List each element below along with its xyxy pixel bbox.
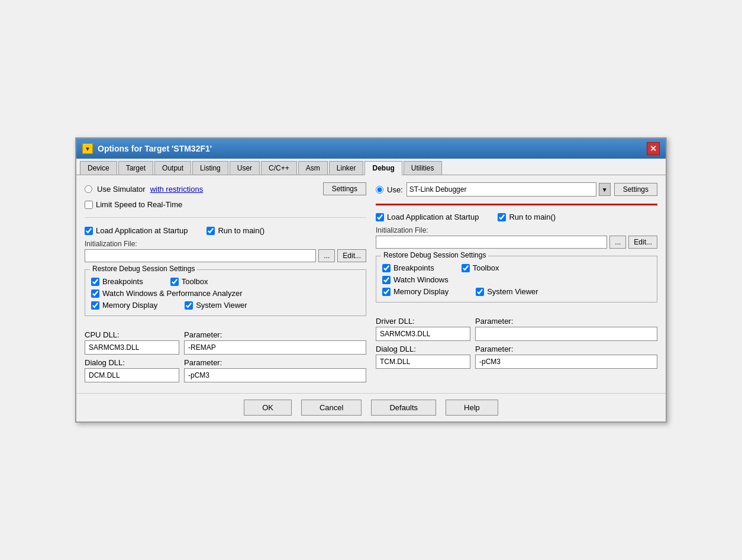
left-init-file-label: Initialization File: — [85, 240, 366, 248]
left-run-to-main-label: Run to main() — [218, 226, 264, 235]
tab-target[interactable]: Target — [118, 161, 153, 175]
title-bar: ▼ Options for Target 'STM32F1' ✕ — [76, 139, 666, 159]
left-init-file-input[interactable] — [85, 249, 316, 262]
tab-linker[interactable]: Linker — [329, 161, 364, 175]
left-watch-label: Watch Windows & Performance Analyzer — [102, 289, 243, 298]
left-sys-viewer-row: System Viewer — [185, 301, 247, 310]
right-run-to-main-checkbox[interactable] — [498, 213, 506, 221]
right-mem-display-checkbox[interactable] — [382, 288, 391, 296]
right-toolbox-label: Toolbox — [473, 263, 499, 272]
simulator-row: Use Simulator with restrictions Settings — [85, 182, 366, 195]
debugger-select[interactable] — [407, 182, 596, 197]
right-run-to-main-label: Run to main() — [509, 213, 556, 221]
left-load-app-checkbox[interactable] — [85, 227, 93, 235]
limit-speed-checkbox[interactable] — [85, 201, 93, 209]
left-dialog-param-input[interactable] — [184, 368, 366, 382]
right-load-app-label: Load Application at Startup — [387, 213, 479, 221]
use-simulator-radio[interactable] — [85, 185, 92, 193]
tab-asm[interactable]: Asm — [298, 161, 328, 175]
right-dialog-inputs-row — [376, 355, 657, 369]
right-load-run-row: Load Application at Startup Run to main(… — [376, 213, 657, 221]
use-debugger-radio[interactable] — [376, 186, 383, 194]
with-restrictions-link[interactable]: with restrictions — [150, 185, 204, 194]
left-cpu-dll-label: CPU DLL: — [85, 330, 179, 339]
window-title: Options for Target 'STM32F1' — [98, 144, 212, 153]
left-dll-section: CPU DLL: Parameter: Dialog DLL: Paramete… — [85, 330, 366, 386]
right-load-app-checkbox[interactable] — [376, 213, 384, 221]
left-mem-display-checkbox[interactable] — [91, 301, 99, 310]
left-group-rows: Breakpoints Toolbox Watch Windows & Perf… — [91, 277, 360, 310]
left-mem-display-label: Memory Display — [102, 301, 157, 310]
right-toolbox-checkbox[interactable] — [462, 264, 470, 272]
ok-button[interactable]: OK — [244, 400, 292, 416]
left-restore-legend: Restore Debug Session Settings — [90, 265, 197, 273]
tab-debug[interactable]: Debug — [364, 161, 402, 175]
left-run-to-main-checkbox[interactable] — [207, 227, 215, 235]
right-sys-viewer-checkbox[interactable] — [476, 288, 484, 296]
left-init-file-section: Initialization File: ... Edit... — [85, 240, 366, 262]
tab-output[interactable]: Output — [154, 161, 191, 175]
right-restore-group: Restore Debug Session Settings Breakpoin… — [376, 256, 657, 302]
close-button[interactable]: ✕ — [647, 142, 660, 155]
right-sys-viewer-label: System Viewer — [487, 287, 538, 296]
app-icon: ▼ — [82, 143, 93, 154]
left-dialog-param-label: Parameter: — [184, 358, 366, 367]
right-dialog-labels-row: Dialog DLL: Parameter: — [376, 345, 657, 353]
left-dialog-dll-input[interactable] — [85, 368, 179, 382]
right-watch-row: Watch Windows — [382, 275, 651, 284]
left-watch-checkbox[interactable] — [91, 289, 99, 298]
left-toolbox-checkbox[interactable] — [170, 278, 179, 286]
debugger-dropdown-arrow[interactable]: ▼ — [599, 183, 611, 196]
right-driver-param-input[interactable] — [475, 327, 657, 341]
right-run-to-main-row: Run to main() — [498, 213, 556, 221]
right-init-file-row: ... Edit... — [376, 236, 657, 249]
right-driver-dll-input[interactable] — [376, 327, 470, 341]
left-breakpoints-row: Breakpoints — [91, 277, 143, 286]
left-dialog-inputs-row — [85, 368, 366, 382]
left-dialog-dll-label: Dialog DLL: — [85, 358, 179, 367]
right-mem-display-row: Memory Display — [382, 287, 449, 296]
limit-speed-label: Limit Speed to Real-Time — [96, 200, 182, 209]
right-watch-checkbox[interactable] — [382, 276, 391, 284]
right-column: Use: ▼ Settings Load Application at Star… — [376, 182, 657, 386]
defaults-button[interactable]: Defaults — [371, 400, 436, 416]
left-sys-viewer-checkbox[interactable] — [185, 301, 193, 310]
cancel-button[interactable]: Cancel — [301, 400, 362, 416]
left-cpu-param-input[interactable] — [184, 340, 366, 355]
left-breakpoints-checkbox[interactable] — [91, 278, 99, 286]
tab-listing[interactable]: Listing — [192, 161, 228, 175]
right-init-file-input[interactable] — [376, 236, 607, 249]
right-init-file-label: Initialization File: — [376, 226, 657, 234]
left-toolbox-label: Toolbox — [182, 277, 208, 286]
right-dialog-dll-input[interactable] — [376, 355, 470, 369]
tab-device[interactable]: Device — [80, 161, 117, 175]
left-cpu-dll-input[interactable] — [85, 340, 179, 355]
right-edit-button[interactable]: Edit... — [628, 236, 657, 249]
help-button[interactable]: Help — [446, 400, 498, 416]
right-load-app-row: Load Application at Startup — [376, 213, 479, 221]
left-settings-button[interactable]: Settings — [323, 182, 366, 195]
left-load-app-label: Load Application at Startup — [96, 226, 188, 235]
left-cpu-param-label: Parameter: — [184, 330, 366, 339]
right-breakpoints-checkbox[interactable] — [382, 264, 391, 272]
right-breakpoints-row: Breakpoints — [382, 263, 434, 272]
right-browse-button[interactable]: ... — [609, 236, 626, 249]
right-dialog-param-input[interactable] — [475, 355, 657, 369]
right-driver-param-label: Parameter: — [475, 317, 657, 326]
left-toolbox-row: Toolbox — [170, 277, 208, 286]
use-debugger-row: Use: ▼ Settings — [376, 182, 657, 197]
left-browse-button[interactable]: ... — [318, 249, 335, 262]
tab-cpp[interactable]: C/C++ — [261, 161, 297, 175]
tab-bar: Device Target Output Listing User C/C++ … — [76, 159, 666, 175]
right-settings-button[interactable]: Settings — [614, 183, 657, 196]
use-simulator-label: Use Simulator — [97, 185, 146, 194]
left-restore-group: Restore Debug Session Settings Breakpoin… — [85, 269, 366, 316]
left-init-file-row: ... Edit... — [85, 249, 366, 262]
separator-1 — [85, 217, 366, 218]
tab-user[interactable]: User — [230, 161, 260, 175]
left-edit-button[interactable]: Edit... — [337, 249, 366, 262]
left-cpu-inputs-row — [85, 340, 366, 355]
right-driver-dll-label: Driver DLL: — [376, 317, 470, 326]
title-bar-left: ▼ Options for Target 'STM32F1' — [82, 143, 212, 154]
tab-utilities[interactable]: Utilities — [404, 161, 442, 175]
